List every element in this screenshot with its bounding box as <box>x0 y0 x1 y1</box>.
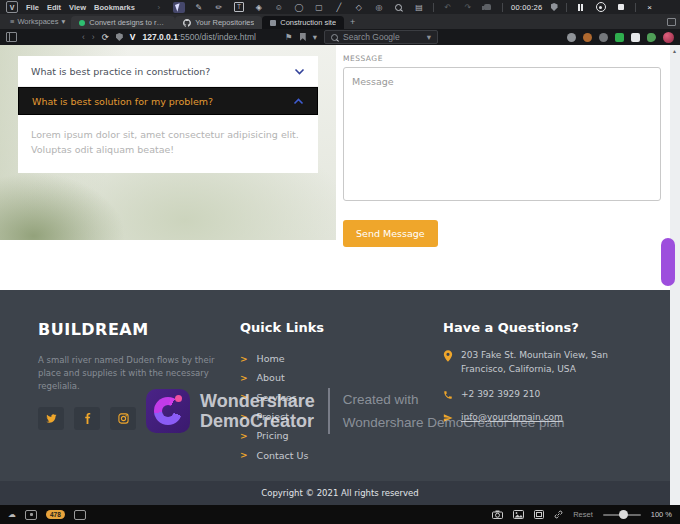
quick-links-title: Quick Links <box>240 320 324 335</box>
quick-link-label: About <box>257 372 285 383</box>
url-host: 127.0.0.1 <box>142 32 177 42</box>
sync-cloud-icon[interactable]: ☁ <box>8 510 16 519</box>
twitter-link[interactable] <box>38 407 64 430</box>
recorder-toolbar: V File Edit View Bookmarks › ✎ ✏ T ◈ ☺ ◯… <box>0 0 680 14</box>
extension-icon-light[interactable] <box>631 33 640 42</box>
text-tool-icon[interactable]: T <box>233 2 245 13</box>
quick-link-project[interactable]: >Project <box>240 407 324 426</box>
pause-button[interactable] <box>575 2 587 13</box>
send-message-button[interactable]: Send Message <box>343 220 438 247</box>
url-path: :5500/dist/index.html <box>178 32 256 42</box>
facebook-link[interactable] <box>74 407 100 430</box>
whiteboard-tool-icon[interactable]: ▤ <box>413 2 425 13</box>
zoom-slider[interactable] <box>603 514 641 516</box>
highlighter-tool-icon[interactable]: ✏ <box>213 2 225 13</box>
extension-icon-gray[interactable] <box>567 33 576 42</box>
workspaces-button[interactable]: ≡ Workspaces ▾ <box>4 17 71 26</box>
tiling-icon[interactable] <box>534 510 544 519</box>
thumbs-up-icon[interactable] <box>482 2 494 13</box>
menu-bookmarks[interactable]: Bookmarks <box>94 3 135 12</box>
tab-construction-site[interactable]: Construction site <box>262 16 344 29</box>
profile-avatar[interactable] <box>663 32 674 43</box>
paper-plane-icon <box>443 413 453 423</box>
faq-question-1[interactable]: What is best practice in construction? <box>18 56 318 87</box>
record-button[interactable] <box>595 2 607 13</box>
message-form: MESSAGE Send Message <box>343 54 661 247</box>
blocked-count-badge[interactable]: 478 <box>46 510 65 519</box>
extension-icon-green-grid[interactable] <box>615 33 624 42</box>
chevron-right-icon: > <box>240 392 248 402</box>
tab-convert-designs[interactable]: Convert designs to respon <box>71 16 175 29</box>
extension-icon-brown[interactable] <box>583 33 592 42</box>
footer-brand-column: BUILDREAM A small river named Duden flow… <box>38 320 234 430</box>
instagram-link[interactable] <box>110 407 136 430</box>
facebook-icon <box>82 413 93 424</box>
menu-edit[interactable]: Edit <box>47 3 61 12</box>
caret-down-icon[interactable]: ▾ <box>313 32 317 42</box>
cursor-glyph <box>175 3 182 11</box>
chevron-right-icon: > <box>240 450 248 460</box>
line-tool-icon[interactable]: ╱ <box>333 2 345 13</box>
media-panel-icon[interactable] <box>74 510 86 520</box>
extension-icon-dot[interactable] <box>599 33 608 42</box>
undo-icon[interactable]: ↶ <box>442 2 454 13</box>
statusbar-right: Reset 100 % <box>492 510 672 519</box>
image-toggle-icon[interactable] <box>513 510 524 519</box>
address-bar[interactable]: 127.0.0.1:5500/dist/index.html <box>142 32 255 42</box>
quick-link-services[interactable]: >Services <box>240 388 324 407</box>
quick-link-home[interactable]: >Home <box>240 349 324 368</box>
eraser-tool-icon[interactable]: ◇ <box>353 2 365 13</box>
email-item[interactable]: info@yourdomain.com <box>443 411 628 425</box>
window-icon[interactable] <box>667 18 676 26</box>
quick-link-contact-us[interactable]: >Contact Us <box>240 445 324 464</box>
close-recorder-button[interactable]: × <box>644 2 656 13</box>
scroll-up-arrow[interactable]: ▲ <box>672 48 677 54</box>
tab-favicon-green <box>79 20 85 26</box>
ellipse-tool-icon[interactable]: ◯ <box>293 2 305 13</box>
menu-file[interactable]: File <box>26 3 39 12</box>
redo-icon[interactable]: ↷ <box>462 2 474 13</box>
phone-item[interactable]: +2 392 3929 210 <box>443 388 628 402</box>
panel-toggle-icon[interactable] <box>6 32 17 42</box>
extension-icon-leaf[interactable] <box>647 33 656 42</box>
faq-question-2[interactable]: What is best solution for my problem? <box>18 87 318 115</box>
bookmark-icon[interactable] <box>300 33 306 41</box>
zoom-slider-knob[interactable] <box>619 510 628 519</box>
quick-link-pricing[interactable]: >Pricing <box>240 426 324 445</box>
vivaldi-menu-icon[interactable]: V <box>6 1 18 13</box>
forward-icon[interactable]: › <box>92 32 95 42</box>
zoom-reset-button[interactable]: Reset <box>573 510 593 519</box>
site-footer: BUILDREAM A small river named Duden flow… <box>0 290 680 481</box>
extension-icon-1[interactable] <box>501 33 510 42</box>
new-tab-button[interactable]: + <box>350 17 355 27</box>
collapse-tools-icon[interactable]: › <box>153 2 165 13</box>
rectangle-tool-icon[interactable]: ▢ <box>313 2 325 13</box>
web-page: What is best practice in construction? W… <box>0 45 680 505</box>
focus-tool-icon[interactable]: ◎ <box>373 2 385 13</box>
emoji-tool-icon[interactable]: ☺ <box>273 2 285 13</box>
page-actions-icon[interactable] <box>554 510 563 519</box>
shapes-tool-icon[interactable]: ◈ <box>253 2 265 13</box>
quick-link-label: Project <box>257 411 290 422</box>
message-textarea[interactable] <box>343 67 661 201</box>
capture-box-icon[interactable] <box>25 510 37 520</box>
camera-capture-icon[interactable] <box>492 510 503 519</box>
cursor-tool-icon[interactable] <box>173 2 185 13</box>
menu-view[interactable]: View <box>69 3 86 12</box>
reload-icon[interactable]: ⟳ <box>102 32 109 42</box>
tab-your-repositories[interactable]: Your Repositories <box>175 16 262 29</box>
pen-tool-icon[interactable]: ✎ <box>193 2 205 13</box>
zoom-tool-icon[interactable] <box>393 2 405 13</box>
quick-link-about[interactable]: >About <box>240 368 324 387</box>
workspaces-icon: ≡ <box>10 17 14 26</box>
twitter-icon <box>46 413 57 424</box>
tab-label: Construction site <box>280 18 336 27</box>
search-field[interactable]: Search Google ▾ <box>324 30 438 44</box>
flag-icon[interactable]: ⚑ <box>285 32 293 42</box>
map-marker-icon <box>443 350 453 362</box>
stop-button[interactable] <box>615 2 627 13</box>
contact-section: What is best practice in construction? W… <box>0 45 680 290</box>
site-shield-icon[interactable] <box>116 33 123 41</box>
scrollbar-thumb[interactable] <box>661 238 675 286</box>
back-icon[interactable]: ‹ <box>82 32 85 42</box>
